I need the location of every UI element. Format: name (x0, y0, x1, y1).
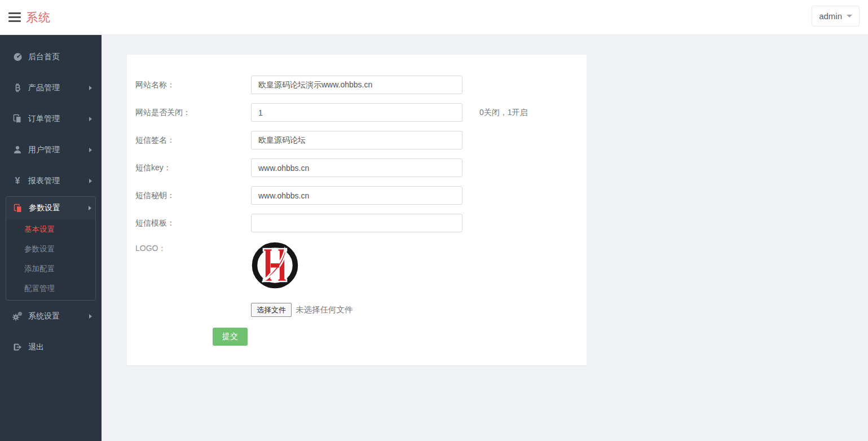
params-submenu: 基本设置 参数设置 添加配置 配置管理 (6, 219, 95, 300)
dashboard-icon (11, 52, 24, 61)
logout-icon (11, 342, 24, 352)
field-label-sms-signature: 短信签名： (135, 135, 251, 145)
chevron-right-icon (89, 314, 92, 319)
sms-secret-input[interactable] (251, 186, 462, 205)
chevron-right-icon (89, 86, 92, 90)
submit-button[interactable]: 提交 (213, 328, 248, 346)
field-label-sms-secret: 短信秘钥： (135, 191, 251, 201)
field-label-site-closed: 网站是否关闭： (135, 108, 251, 118)
file-copy-icon (12, 204, 24, 213)
chevron-right-icon (89, 148, 92, 152)
sidebar-item-params-settings[interactable]: 参数设置 (6, 197, 95, 219)
file-status-text: 未选择任何文件 (296, 305, 353, 315)
form-row: 网站是否关闭： 0关闭，1开启 (135, 103, 587, 122)
sidebar-item-label: 参数设置 (29, 203, 60, 213)
sidebar-item-users[interactable]: 用户管理 (0, 134, 102, 165)
sidebar-item-label: 系统设置 (28, 311, 60, 321)
sidebar-item-label: 用户管理 (28, 145, 60, 155)
chevron-right-icon (89, 206, 91, 210)
logo-file-input: 选择文件 未选择任何文件 (251, 303, 587, 317)
sidebar: 后台首页 产品管理 订单管理 用户管理 ¥ 报表管理 (0, 35, 102, 441)
submit-row: 提交 (213, 328, 587, 364)
settings-form-card: 网站名称： 网站是否关闭： 0关闭，1开启 短信签名： 短信key： 短信秘钥：… (127, 55, 587, 365)
form-row: 短信模板： (135, 214, 587, 232)
chevron-right-icon (89, 179, 92, 183)
brand-title: 系统 (26, 10, 51, 25)
field-label-logo: LOGO： (135, 241, 251, 254)
sidebar-menu: 后台首页 产品管理 订单管理 用户管理 ¥ 报表管理 (0, 35, 102, 363)
choose-file-button[interactable]: 选择文件 (251, 303, 292, 317)
sidebar-item-label: 报表管理 (28, 176, 60, 186)
sidebar-item-products[interactable]: 产品管理 (0, 72, 102, 103)
field-label-site-name: 网站名称： (135, 80, 251, 90)
form-row: 短信签名： (135, 131, 587, 149)
sidebar-item-label: 产品管理 (28, 83, 60, 93)
sidebar-subitem-config-manage[interactable]: 配置管理 (6, 279, 95, 298)
sidebar-item-orders[interactable]: 订单管理 (0, 103, 102, 134)
form-row: 短信秘钥： (135, 186, 587, 205)
bitcoin-icon (11, 83, 24, 92)
site-closed-hint: 0关闭，1开启 (479, 108, 528, 118)
form-row: 网站名称： (135, 76, 587, 94)
chevron-right-icon (89, 117, 92, 121)
sidebar-subitem-param-settings[interactable]: 参数设置 (6, 239, 95, 259)
site-logo-image (251, 241, 299, 289)
field-label-sms-template: 短信模板： (135, 218, 251, 228)
user-icon (11, 145, 24, 155)
user-name: admin (819, 11, 842, 21)
sidebar-item-system-settings[interactable]: 系统设置 (0, 301, 102, 332)
sidebar-item-reports[interactable]: ¥ 报表管理 (0, 165, 102, 196)
sidebar-item-dashboard[interactable]: 后台首页 (0, 41, 102, 72)
sidebar-item-label: 退出 (28, 342, 44, 352)
logo-row: LOGO： (135, 241, 587, 289)
hamburger-menu-icon[interactable] (8, 12, 22, 23)
form-row: 短信key： (135, 158, 587, 177)
sidebar-item-label: 后台首页 (28, 52, 60, 62)
site-closed-input[interactable] (251, 103, 462, 122)
sms-key-input[interactable] (251, 158, 462, 177)
sms-signature-input[interactable] (251, 131, 462, 149)
chevron-down-icon (847, 15, 852, 17)
sidebar-group-params: 参数设置 基本设置 参数设置 添加配置 配置管理 (6, 196, 96, 301)
sms-template-input[interactable] (251, 214, 462, 232)
orders-icon (11, 114, 24, 124)
sidebar-subitem-add-config[interactable]: 添加配置 (6, 259, 95, 279)
topbar: 系统 admin (0, 0, 868, 35)
sidebar-item-label: 订单管理 (28, 114, 60, 124)
main-content: 网站名称： 网站是否关闭： 0关闭，1开启 短信签名： 短信key： 短信秘钥：… (102, 35, 868, 441)
field-label-sms-key: 短信key： (135, 163, 251, 173)
site-name-input[interactable] (251, 76, 462, 94)
gears-icon (11, 311, 24, 321)
yen-icon: ¥ (11, 176, 24, 186)
sidebar-subitem-basic-settings[interactable]: 基本设置 (6, 219, 95, 239)
sidebar-item-logout[interactable]: 退出 (0, 332, 102, 363)
user-dropdown[interactable]: admin (812, 6, 860, 27)
